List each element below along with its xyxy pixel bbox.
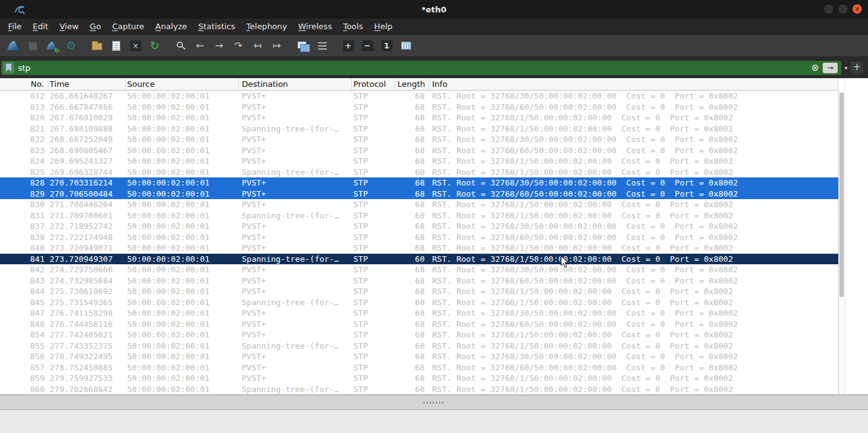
colorize-icon[interactable] — [293, 37, 312, 55]
packet-row-831[interactable]: 831271.70970060150:00:00:02:00:01Spannin… — [0, 210, 838, 221]
capture-options-icon[interactable]: ⚙ — [61, 37, 81, 55]
close-file-icon[interactable]: × — [126, 37, 145, 55]
vertical-scrollbar[interactable] — [838, 91, 844, 395]
packet-row-842[interactable]: 842274.72975066650:00:00:02:00:01PVST+ST… — [0, 264, 838, 275]
cell-no: 847 — [0, 308, 48, 319]
close-button[interactable]: × — [852, 4, 862, 14]
filter-text: stp — [18, 63, 807, 73]
titlebar[interactable]: *eth0 × — [0, 0, 868, 19]
packet-row-854[interactable]: 854277.74240502150:00:00:02:00:01PVST+ST… — [0, 329, 838, 341]
cell-protocol: STP — [352, 275, 395, 287]
display-filter-input[interactable]: stp ⊗ → — [1, 61, 841, 75]
cell-protocol: STP — [352, 373, 395, 384]
cell-protocol: STP — [352, 102, 395, 113]
zoom-out-icon[interactable]: − — [358, 37, 377, 55]
packet-row-848[interactable]: 848276.74445611650:00:00:02:00:01PVST+ST… — [0, 319, 838, 330]
packet-row-824[interactable]: 824269.69524132750:00:00:02:00:01PVST+ST… — [0, 156, 838, 167]
menu-go[interactable]: Go — [84, 19, 107, 33]
prev-packet-icon[interactable]: ↤ — [248, 37, 267, 55]
column-header-protocol[interactable]: Protocol — [352, 78, 395, 90]
menu-view[interactable]: View — [54, 19, 84, 33]
column-header-destination[interactable]: Destination — [239, 78, 352, 90]
scrollbar-thumb[interactable] — [839, 92, 844, 297]
packet-row-845[interactable]: 845275.73154936550:00:00:02:00:01Spannin… — [0, 297, 838, 308]
column-header-info[interactable]: Info — [429, 78, 838, 90]
cell-no: 837 — [0, 221, 48, 232]
packet-row-829[interactable]: 829270.70650048450:00:00:02:00:01PVST+ST… — [0, 189, 838, 200]
autoscroll-icon[interactable] — [312, 37, 332, 55]
capture-restart-icon[interactable]: ↻ — [42, 37, 61, 55]
window-title: *eth0 — [0, 5, 868, 14]
reload-icon[interactable]: ↻ — [145, 37, 164, 55]
menu-help[interactable]: Help — [368, 19, 398, 33]
menu-statistics[interactable]: Statistics — [193, 19, 241, 33]
packet-row-828[interactable]: 828270.70331621450:00:00:02:00:01PVST+ST… — [0, 177, 838, 189]
filter-dropdown-icon[interactable]: ▾ — [844, 65, 848, 71]
packet-row-844[interactable]: 844275.73061869250:00:00:02:00:01PVST+ST… — [0, 286, 838, 297]
cell-info: RST. Root = 32768/1/50:00:00:02:00:00 Co… — [429, 373, 838, 384]
maximize-button[interactable] — [838, 4, 848, 14]
cell-info: RST. Root = 32768/1/50:00:00:02:00:00 Co… — [429, 254, 838, 265]
apply-filter-button[interactable]: → — [823, 63, 838, 73]
menu-tools[interactable]: Tools — [337, 19, 368, 33]
zoom-in-icon[interactable]: + — [339, 37, 358, 55]
packet-row-823[interactable]: 823268.69080546750:00:00:02:00:01PVST+ST… — [0, 145, 838, 156]
add-filter-button[interactable]: + — [851, 61, 863, 74]
back-icon[interactable]: ← — [190, 37, 210, 55]
filter-bookmark-button[interactable] — [3, 62, 14, 74]
menu-capture[interactable]: Capture — [107, 19, 150, 33]
capture-start-icon[interactable] — [4, 37, 23, 55]
packet-row-859[interactable]: 859279.75992753350:00:00:02:00:01PVST+ST… — [0, 373, 838, 384]
packet-row-840[interactable]: 840273.72094907150:00:00:02:00:01PVST+ST… — [0, 243, 838, 254]
open-file-icon[interactable] — [87, 37, 107, 55]
menu-edit[interactable]: Edit — [27, 19, 54, 33]
column-header-source[interactable]: Source — [126, 78, 239, 90]
next-packet-icon[interactable]: ↦ — [267, 37, 286, 55]
packet-row-825[interactable]: 825269.69632874450:00:00:02:00:01Spannin… — [0, 167, 838, 178]
packet-row-838[interactable]: 838272.72217494850:00:00:02:00:01PVST+ST… — [0, 232, 838, 243]
menu-analyze[interactable]: Analyze — [150, 19, 193, 33]
forward-icon[interactable]: → — [210, 37, 229, 55]
packet-row-822[interactable]: 822268.68725204950:00:00:02:00:01PVST+ST… — [0, 134, 838, 145]
capture-stop-icon[interactable]: ■ — [23, 37, 42, 55]
pane-splitter[interactable] — [0, 395, 868, 409]
minimize-button[interactable] — [824, 4, 833, 14]
packet-row-856[interactable]: 856278.74932249550:00:00:02:00:01PVST+ST… — [0, 351, 838, 362]
resize-columns-icon[interactable] — [396, 37, 415, 55]
packet-row-841[interactable]: 841273.72094930750:00:00:02:00:01Spannin… — [0, 254, 838, 265]
packet-row-820[interactable]: 820267.67691002950:00:00:02:00:01PVST+ST… — [0, 112, 838, 123]
save-file-icon[interactable] — [107, 37, 126, 55]
cell-protocol: STP — [352, 91, 395, 102]
column-header-time[interactable]: Time — [48, 78, 126, 90]
cell-destination: PVST+ — [239, 362, 352, 373]
menu-wireless[interactable]: Wireless — [293, 19, 337, 33]
menu-telephony[interactable]: Telephony — [241, 19, 293, 33]
cell-destination: PVST+ — [239, 145, 352, 156]
packet-row-860[interactable]: 860279.76266884250:00:00:02:00:01Spannin… — [0, 384, 838, 395]
packet-row-843[interactable]: 843274.73298568450:00:00:02:00:01PVST+ST… — [0, 275, 838, 287]
clear-filter-icon[interactable]: ⊗ — [811, 63, 819, 73]
packet-row-847[interactable]: 847276.74115829850:00:00:02:00:01PVST+ST… — [0, 308, 838, 319]
packet-row-830[interactable]: 830271.70844620450:00:00:02:00:01PVST+ST… — [0, 199, 838, 210]
cell-destination: PVST+ — [239, 351, 352, 362]
cell-protocol: STP — [352, 167, 395, 178]
packet-row-813[interactable]: 813266.66784708650:00:00:02:00:01PVST+ST… — [0, 102, 838, 113]
goto-packet-icon[interactable]: ↷ — [229, 37, 248, 55]
cell-length: 60 — [395, 167, 429, 178]
packet-row-821[interactable]: 821267.68010988850:00:00:02:00:01Spannin… — [0, 123, 838, 135]
cell-no: 822 — [0, 134, 48, 145]
cell-length: 68 — [395, 221, 429, 232]
column-header-no[interactable]: No. — [0, 78, 48, 90]
cell-info: RST. Root = 32768/1/50:00:00:02:00:00 Co… — [429, 199, 838, 210]
cell-protocol: STP — [352, 297, 395, 308]
packet-row-812[interactable]: 812266.66164826750:00:00:02:00:01PVST+ST… — [0, 91, 838, 102]
packet-row-857[interactable]: 857278.75245088550:00:00:02:00:01PVST+ST… — [0, 362, 838, 373]
menu-file[interactable]: File — [2, 19, 27, 33]
packet-row-855[interactable]: 855277.74335237550:00:00:02:00:01Spannin… — [0, 341, 838, 352]
zoom-original-icon[interactable]: 1 — [377, 37, 396, 55]
column-header-length[interactable]: Length — [395, 78, 429, 90]
cell-time: 279.759927533 — [48, 373, 126, 384]
packet-row-837[interactable]: 837272.71895274250:00:00:02:00:01PVST+ST… — [0, 221, 838, 232]
find-icon[interactable] — [171, 37, 190, 55]
cell-length: 68 — [395, 91, 429, 102]
